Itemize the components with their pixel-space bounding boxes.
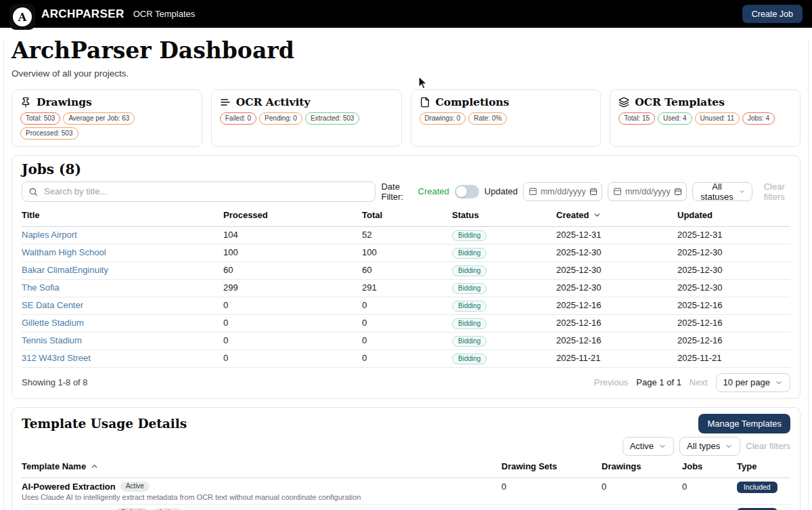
column-header-updated[interactable]: Updated [677, 210, 790, 227]
create-job-button[interactable]: Create Job [742, 5, 803, 23]
file-icon [420, 97, 430, 108]
stat-badge: Used: 4 [658, 112, 692, 125]
stat-card-ocr-activity: OCR Activity Failed: 0 Pending: 0 Extrac… [211, 89, 402, 147]
job-processed: 100 [223, 244, 362, 261]
header-subtitle: OCR Templates [133, 9, 196, 19]
previous-page-button[interactable]: Previous [594, 377, 629, 387]
per-page-dropdown[interactable]: 10 per page [716, 373, 790, 392]
job-title-link[interactable]: Waltham High School [22, 247, 106, 257]
job-total: 291 [362, 279, 452, 297]
calendar-picker-icon[interactable] [589, 188, 597, 196]
page-info: Page 1 of 1 [636, 377, 681, 387]
search-input[interactable] [22, 182, 376, 202]
job-created: 2025-12-30 [556, 244, 677, 261]
date-to-input[interactable]: mm/dd/yyyy [608, 182, 687, 201]
table-row: Naples Airport 104 52 Bidding 2025-12-31… [22, 226, 790, 244]
job-updated: 2025-12-30 [677, 244, 790, 261]
date-from-input[interactable]: mm/dd/yyyy [523, 182, 602, 201]
chevron-down-icon [658, 442, 667, 450]
column-header-drawing-sets[interactable]: Drawing Sets [501, 461, 602, 478]
job-processed: 0 [223, 349, 362, 367]
showing-count: Showing 1-8 of 8 [22, 377, 88, 387]
job-processed: 104 [223, 226, 362, 244]
manage-templates-button[interactable]: Manage Templates [698, 414, 790, 433]
job-total: 100 [362, 244, 452, 261]
jobs-title: Jobs (8) [22, 162, 790, 177]
job-updated: 2025-12-31 [677, 226, 790, 244]
job-updated: 2025-12-16 [677, 297, 790, 314]
layers-icon [618, 97, 629, 108]
statuses-dropdown-label: All statuses [700, 182, 734, 202]
chevron-down-icon [739, 188, 745, 196]
clear-filters-button[interactable]: Clear filters [746, 441, 790, 451]
job-processed: 0 [223, 314, 362, 332]
active-filter-dropdown[interactable]: Active [623, 437, 674, 456]
column-header-status[interactable]: Status [452, 210, 556, 227]
list-icon [220, 97, 231, 108]
job-title-link[interactable]: The Sofia [22, 282, 60, 293]
stat-badge: Processed: 503 [20, 127, 78, 140]
status-badge: Bidding [452, 248, 487, 259]
types-filter-label: All types [687, 441, 720, 451]
job-title-link[interactable]: Naples Airport [22, 230, 77, 240]
job-total: 60 [362, 261, 452, 279]
stat-card-completions: Completions Drawings: 0 Rate: 0% [411, 89, 602, 147]
job-title-link[interactable]: Gillette Stadium [22, 318, 84, 328]
app-logo[interactable]: A ARCHPARSER [9, 0, 125, 30]
per-page-label: 10 per page [723, 377, 770, 387]
next-page-button[interactable]: Next [690, 377, 708, 387]
stat-badge: Drawings: 0 [420, 112, 466, 125]
stat-card-title: Drawings [37, 96, 92, 108]
updated-filter-label: Updated [484, 186, 518, 196]
brand-name: ARCHPARSER [41, 7, 125, 21]
jobs-panel: Jobs (8) Date Filter: Created Updated mm… [12, 155, 800, 399]
job-created: 2025-12-16 [556, 297, 677, 314]
date-filter-toggle[interactable] [455, 185, 479, 198]
column-header-total[interactable]: Total [362, 210, 452, 227]
job-created: 2025-12-16 [556, 314, 677, 332]
stat-card-title: OCR Templates [635, 96, 725, 108]
main-content: ArchParser Dashboard Overview of all you… [3, 39, 809, 510]
job-title-link[interactable]: Tennis Stadium [22, 335, 82, 345]
job-title-link[interactable]: Bakar ClimatEnginuity [22, 265, 108, 275]
column-header-created[interactable]: Created [556, 210, 677, 227]
column-header-title[interactable]: Title [22, 210, 223, 227]
template-usage-panel: Template Usage Details Manage Templates … [12, 407, 800, 510]
job-created: 2025-11-21 [556, 349, 677, 367]
stat-badge: Rate: 0% [468, 112, 507, 125]
stat-card-title: OCR Activity [236, 96, 311, 108]
job-created: 2025-12-16 [556, 332, 677, 349]
page-title: ArchParser Dashboard [12, 39, 800, 64]
table-row: ARK Studio Standard Default Active Stand… [22, 504, 790, 510]
template-drawings: 0 [602, 477, 682, 504]
status-badge: Bidding [452, 283, 487, 294]
jobs-table: Title Processed Total Status Created Upd… [22, 210, 790, 368]
calendar-picker-icon[interactable] [674, 188, 682, 196]
template-drawing-sets: 0 [501, 477, 602, 504]
clear-filters-button[interactable]: Clear filters [758, 182, 790, 202]
logo-letter: A [13, 7, 32, 26]
templates-table: Template Name Drawing Sets Drawings Jobs… [22, 461, 790, 510]
template-name: AI-Powered Extraction [22, 482, 116, 492]
column-header-jobs[interactable]: Jobs [682, 461, 737, 478]
stat-cards-row: Drawings Total: 503 Average per Job: 63 … [12, 89, 800, 147]
job-total: 0 [362, 297, 452, 314]
table-row: The Sofia 299 291 Bidding 2025-12-30 202… [22, 279, 790, 297]
job-total: 52 [362, 226, 452, 244]
stat-badge: Total: 15 [618, 112, 655, 125]
template-jobs: 0 [682, 477, 737, 504]
status-badge: Bidding [452, 265, 487, 276]
pin-icon [20, 97, 31, 108]
types-filter-dropdown[interactable]: All types [679, 437, 740, 456]
job-processed: 0 [223, 297, 362, 314]
template-jobs: 0 [682, 504, 737, 510]
job-title-link[interactable]: 312 W43rd Street [22, 353, 91, 363]
column-header-type[interactable]: Type [737, 461, 790, 478]
job-title-link[interactable]: SE Data Center [22, 300, 83, 310]
job-created: 2025-12-31 [556, 226, 677, 244]
statuses-dropdown[interactable]: All statuses [692, 182, 752, 201]
column-header-drawings[interactable]: Drawings [602, 461, 682, 478]
column-header-template-name[interactable]: Template Name [22, 461, 501, 478]
column-header-processed[interactable]: Processed [223, 210, 362, 227]
template-usage-title: Template Usage Details [22, 417, 187, 431]
